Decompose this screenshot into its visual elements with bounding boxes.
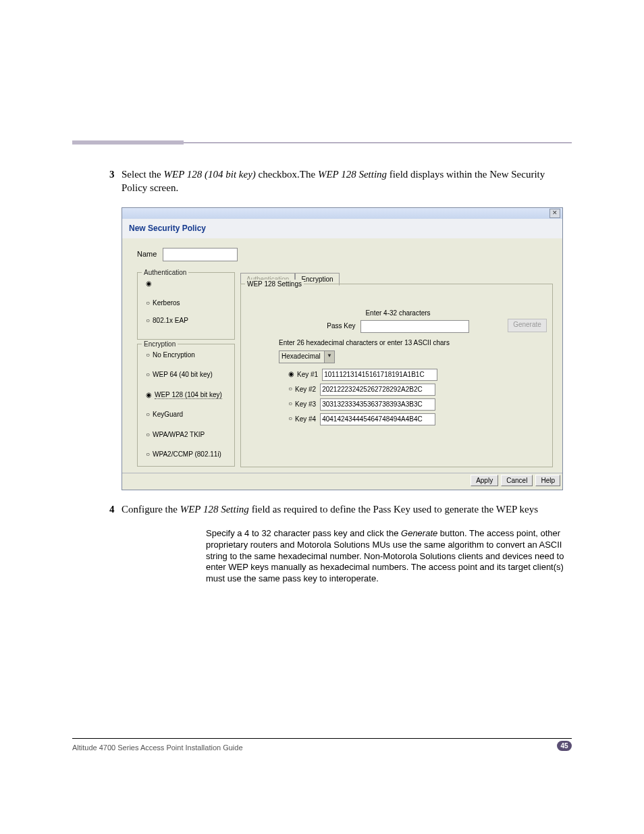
authentication-group: Authentication ◉ ○Kerberos ○802.1x EAP: [137, 272, 235, 340]
enc-option-keyguard[interactable]: ○KeyGuard: [142, 408, 230, 421]
passkey-label: Pass Key: [327, 322, 355, 330]
passkey-hint: Enter 4-32 characters: [250, 309, 545, 318]
key2-input[interactable]: [320, 384, 435, 396]
key3-input[interactable]: [320, 398, 435, 411]
generate-button[interactable]: Generate: [508, 319, 547, 332]
name-row: Name: [137, 248, 553, 261]
page-footer: Altitude 4700 Series Access Point Instal…: [72, 738, 572, 753]
screenshot-security-policy: ✕ New Security Policy Name Authenticatio…: [122, 207, 563, 490]
auth-option-8021x[interactable]: ○802.1x EAP: [142, 314, 230, 328]
dialog-footer: Apply Cancel Help: [122, 473, 562, 490]
help-button[interactable]: Help: [535, 475, 560, 487]
window-titlebar: ✕: [122, 208, 562, 219]
passkey-input[interactable]: [360, 320, 469, 333]
enc-option-none[interactable]: ○No Encryption: [142, 348, 230, 362]
step-3-number: 3: [109, 167, 115, 181]
apply-button[interactable]: Apply: [471, 475, 498, 487]
auth-option-kerberos[interactable]: ○Kerberos: [142, 296, 230, 310]
step-3: 3 Select the WEP 128 (104 bit key) check…: [122, 167, 572, 195]
hex-select[interactable]: Hexadecimal ▼: [279, 350, 335, 363]
key-row-4[interactable]: ○Key #4: [288, 412, 545, 427]
page-number: 45: [557, 741, 572, 751]
close-icon[interactable]: ✕: [549, 209, 560, 218]
step-4: 4 Configure the WEP 128 Setting field as…: [122, 502, 572, 516]
authentication-legend: Authentication: [142, 268, 188, 278]
hex-hint: Enter 26 hexadecimal characters or enter…: [279, 338, 545, 348]
name-input[interactable]: [163, 248, 238, 261]
key1-input[interactable]: [322, 369, 437, 381]
enc-option-wpa[interactable]: ○WPA/WPA2 TKIP: [142, 428, 230, 442]
wep128-legend: WEP 128 Settings: [245, 280, 304, 289]
enc-option-wpa2[interactable]: ○WPA2/CCMP (802.11i): [142, 448, 230, 461]
step-4-description: Specify a 4 to 32 character pass key and…: [206, 528, 572, 585]
enc-option-wep64[interactable]: ○WEP 64 (40 bit key): [142, 368, 230, 382]
wep128-settings-group: WEP 128 Settings Enter 4-32 characters P…: [240, 284, 553, 467]
encryption-group: Encryption ○No Encryption ○WEP 64 (40 bi…: [137, 344, 235, 467]
chevron-down-icon: ▼: [324, 351, 334, 363]
key-row-2[interactable]: ○Key #2: [288, 382, 545, 397]
key4-input[interactable]: [320, 413, 435, 425]
footer-text: Altitude 4700 Series Access Point Instal…: [72, 744, 243, 752]
auth-option-blank[interactable]: ◉: [142, 277, 230, 290]
key-row-1[interactable]: ◉Key #1: [288, 367, 545, 382]
header-rule: [72, 140, 572, 145]
enc-option-wep128[interactable]: ◉WEP 128 (104 bit key): [142, 388, 230, 402]
cancel-button[interactable]: Cancel: [501, 475, 533, 487]
encryption-legend: Encryption: [142, 340, 178, 349]
key-row-3[interactable]: ○Key #3: [288, 397, 545, 412]
step-4-number: 4: [109, 502, 115, 516]
name-label: Name: [137, 249, 157, 257]
